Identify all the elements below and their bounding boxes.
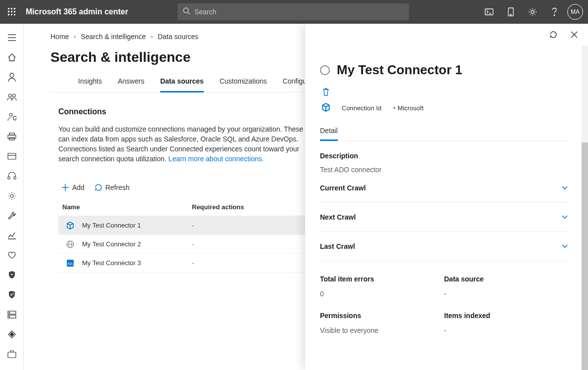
svg-text:SQL: SQL xyxy=(67,262,74,265)
row-name: My Test Connector 2 xyxy=(82,240,192,248)
svg-point-20 xyxy=(10,73,14,77)
server-icon[interactable] xyxy=(0,305,24,324)
svg-rect-0 xyxy=(8,8,9,9)
mobile-icon[interactable] xyxy=(500,0,522,24)
detail-panel: My Test Connector 1 Connection Id •Micro… xyxy=(305,24,588,370)
svg-point-36 xyxy=(9,316,10,317)
accordion-label: Last Crawl xyxy=(320,242,355,250)
search-input[interactable] xyxy=(194,8,404,16)
svg-rect-24 xyxy=(9,133,14,135)
chevron-down-icon xyxy=(561,184,568,192)
menu-icon[interactable] xyxy=(0,28,24,47)
scrollbar-thumb[interactable] xyxy=(582,142,588,370)
stat-total-errors: Total item errors 0 xyxy=(320,275,444,312)
teams-icon[interactable] xyxy=(0,87,24,107)
gear-nav-icon[interactable] xyxy=(0,186,24,206)
column-required[interactable]: Required actions xyxy=(192,203,291,211)
svg-rect-30 xyxy=(14,177,16,179)
row-name: My Test Connector 3 xyxy=(82,259,192,267)
svg-point-15 xyxy=(531,10,534,13)
tab-insights[interactable]: Insights xyxy=(78,74,102,92)
svg-rect-37 xyxy=(8,352,16,358)
breadcrumb-item[interactable]: Data sources xyxy=(158,33,198,41)
status-circle-icon xyxy=(320,65,330,75)
refresh-panel-button[interactable] xyxy=(547,29,559,41)
stat-value: - xyxy=(444,290,568,298)
svg-point-22 xyxy=(12,94,15,97)
delete-button[interactable] xyxy=(322,88,568,98)
svg-rect-8 xyxy=(14,14,15,15)
accordion-item-last-crawl[interactable]: Last Crawl xyxy=(320,232,568,261)
panel-toolbar xyxy=(305,24,588,46)
breadcrumb-item[interactable]: Home xyxy=(50,33,69,41)
panel-scrollbar[interactable] xyxy=(582,46,588,370)
stats-grid: Total item errors 0 Data source - Permis… xyxy=(320,275,568,348)
tab-data-sources[interactable]: Data sources xyxy=(160,74,204,92)
user-avatar[interactable]: MA xyxy=(567,4,583,20)
panel-title-row: My Test Connector 1 xyxy=(320,62,568,78)
user-shield-icon[interactable] xyxy=(0,107,24,127)
svg-rect-7 xyxy=(11,14,12,15)
accordion-item-current-crawl[interactable]: Current Crawl xyxy=(320,174,568,203)
shield-nav-icon[interactable] xyxy=(0,265,24,285)
svg-point-35 xyxy=(9,312,10,313)
stat-value: 0 xyxy=(320,290,444,298)
shield-outline-icon[interactable] xyxy=(0,285,24,305)
briefcase-icon[interactable] xyxy=(0,344,24,364)
stat-value: Visible to everyone xyxy=(320,326,444,334)
diamond-icon[interactable] xyxy=(0,324,24,344)
svg-rect-27 xyxy=(8,153,16,159)
panel-tab-detail[interactable]: Detail xyxy=(320,125,338,141)
chart-icon[interactable] xyxy=(0,226,24,245)
home-icon[interactable] xyxy=(0,47,24,67)
printer-icon[interactable] xyxy=(0,127,24,146)
provider-label: •Microsoft xyxy=(391,104,423,112)
stat-label: Items indexed xyxy=(444,312,568,320)
svg-point-31 xyxy=(10,194,13,197)
svg-rect-4 xyxy=(11,11,12,12)
description-block: Description Test ADO connector xyxy=(320,152,568,174)
headset-icon[interactable] xyxy=(0,166,24,186)
connector-icon xyxy=(321,102,332,114)
close-panel-button[interactable] xyxy=(568,29,580,41)
row-required: - xyxy=(192,259,291,267)
waffle-icon[interactable] xyxy=(0,0,24,24)
svg-point-32 xyxy=(11,274,12,276)
svg-rect-29 xyxy=(8,177,10,179)
user-icon[interactable] xyxy=(0,67,24,87)
accordion-item-next-crawl[interactable]: Next Crawl xyxy=(320,203,568,232)
help-icon[interactable] xyxy=(543,0,565,24)
stat-items-indexed: Items indexed - xyxy=(444,312,568,348)
stat-label: Permissions xyxy=(320,312,444,320)
gear-icon[interactable] xyxy=(522,0,543,24)
connector-icon: SQL xyxy=(58,259,82,267)
chevron-down-icon xyxy=(561,213,568,222)
panel-title: My Test Connector 1 xyxy=(337,62,462,78)
breadcrumb-item[interactable]: Search & intelligence xyxy=(81,33,146,41)
column-name[interactable]: Name xyxy=(58,203,192,211)
svg-point-23 xyxy=(9,113,12,116)
tab-answers[interactable]: Answers xyxy=(118,74,144,92)
chevron-down-icon xyxy=(561,242,568,251)
search-icon xyxy=(182,7,190,17)
crawl-accordion: Current Crawl Next Crawl Last Crawl xyxy=(320,174,568,261)
cloud-shell-icon[interactable] xyxy=(478,0,500,24)
connection-id-label: Connection Id xyxy=(342,104,381,112)
chevron-right-icon: › xyxy=(151,33,153,40)
svg-rect-3 xyxy=(8,11,9,12)
heart-icon[interactable] xyxy=(0,245,24,265)
svg-rect-25 xyxy=(8,135,16,139)
wrench-icon[interactable] xyxy=(0,206,24,226)
svg-point-16 xyxy=(554,15,555,16)
svg-rect-2 xyxy=(14,8,15,9)
refresh-button[interactable]: Refresh xyxy=(94,184,130,191)
tab-customizations[interactable]: Customizations xyxy=(220,74,267,92)
stat-value: - xyxy=(444,326,568,334)
add-button[interactable]: Add xyxy=(61,184,85,191)
description-label: Description xyxy=(320,152,568,160)
learn-more-link[interactable]: Learn more about connections. xyxy=(169,155,264,163)
panel-tabs: Detail xyxy=(320,125,568,141)
card-icon[interactable] xyxy=(0,146,24,166)
row-name: My Test Connector 1 xyxy=(82,222,192,229)
search-box[interactable] xyxy=(178,3,409,20)
